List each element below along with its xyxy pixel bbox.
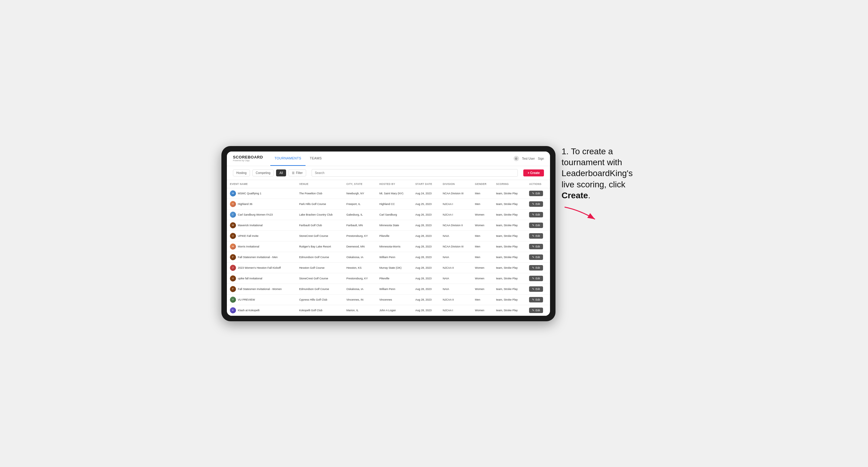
- cell-date-9: Aug 28, 2023: [412, 284, 439, 294]
- arrow-container: [562, 204, 647, 222]
- cell-hosted-1: Highland CC: [376, 198, 412, 209]
- cell-gender-2: Women: [472, 209, 493, 220]
- cell-gender-3: Women: [472, 220, 493, 230]
- sign-label[interactable]: Sign: [538, 157, 544, 160]
- brand: SCOREBOARD Powered by Clipp: [233, 155, 263, 162]
- team-avatar-4: U: [230, 233, 236, 239]
- cell-scoring-5: team, Stroke Play: [493, 241, 526, 252]
- arrow-icon: [562, 204, 598, 222]
- cell-hosted-11: John A Logan: [376, 305, 412, 315]
- event-name-text-11: Klash at Kokopelli: [238, 309, 260, 312]
- event-name-text-2: Carl Sandburg Women FA23: [238, 213, 273, 216]
- edit-button-9[interactable]: ✎ Edit: [529, 286, 543, 292]
- cell-city-0: Newburgh, NY: [343, 188, 376, 198]
- edit-icon-7: ✎: [532, 266, 534, 269]
- cell-city-8: Prestonsburg, KY: [343, 273, 376, 284]
- cell-actions-4: ✎ Edit: [526, 230, 550, 241]
- nav-tournaments[interactable]: TOURNAMENTS: [270, 152, 306, 166]
- table-row: H Highland 36 Park Hills Golf Course Fre…: [227, 198, 550, 209]
- competing-button[interactable]: Competing: [252, 169, 274, 177]
- team-avatar-1: H: [230, 201, 236, 207]
- cell-venue-11: Kokopelli Golf Club: [296, 305, 343, 315]
- all-button[interactable]: All: [276, 169, 286, 177]
- edit-icon-10: ✎: [532, 298, 534, 301]
- table-row: K Klash at Kokopelli Kokopelli Golf Club…: [227, 305, 550, 315]
- table-row: F Fall Statesmen Invitational - Men Edmu…: [227, 252, 550, 262]
- create-button[interactable]: + Create: [523, 169, 544, 177]
- settings-icon[interactable]: ⚙: [514, 156, 519, 161]
- edit-button-0[interactable]: ✎ Edit: [529, 191, 543, 196]
- cell-event-name-9: F Fall Statesmen Invitational - Women: [227, 284, 296, 294]
- edit-button-8[interactable]: ✎ Edit: [529, 276, 543, 281]
- cell-actions-1: ✎ Edit: [526, 198, 550, 209]
- cell-city-9: Oskaloosa, IA: [343, 284, 376, 294]
- event-name-text-10: VU PREVIEW: [238, 298, 255, 301]
- nav-teams[interactable]: TEAMS: [306, 152, 326, 166]
- cell-venue-3: Faribault Golf Club: [296, 220, 343, 230]
- cell-event-name-11: K Klash at Kokopelli: [227, 305, 296, 315]
- cell-city-4: Prestonsburg, KY: [343, 230, 376, 241]
- cell-scoring-3: team, Stroke Play: [493, 220, 526, 230]
- edit-button-7[interactable]: ✎ Edit: [529, 265, 543, 271]
- cell-scoring-4: team, Stroke Play: [493, 230, 526, 241]
- event-name-text-6: Fall Statesmen Invitational - Men: [238, 256, 278, 259]
- edit-icon-1: ✎: [532, 203, 534, 206]
- cell-hosted-4: Pikeville: [376, 230, 412, 241]
- table-row: U UPIKE Fall Invite StoneCrest Golf Cour…: [227, 230, 550, 241]
- cell-division-6: NAIA: [440, 252, 472, 262]
- filter-icon: ☰: [292, 171, 294, 175]
- cell-event-name-0: M MSMC Qualifying 1: [227, 188, 296, 198]
- cell-date-1: Aug 25, 2023: [412, 198, 439, 209]
- table-row: M Maverick Invitational Faribault Golf C…: [227, 220, 550, 230]
- edit-button-11[interactable]: ✎ Edit: [529, 308, 543, 313]
- edit-button-10[interactable]: ✎ Edit: [529, 297, 543, 303]
- cell-hosted-7: Murray State (OK): [376, 262, 412, 273]
- cell-gender-9: Women: [472, 284, 493, 294]
- cell-gender-7: Women: [472, 262, 493, 273]
- cell-division-8: NAIA: [440, 273, 472, 284]
- team-avatar-9: F: [230, 286, 236, 292]
- cell-hosted-3: Minnesota State: [376, 220, 412, 230]
- cell-date-2: Aug 26, 2023: [412, 209, 439, 220]
- edit-button-2[interactable]: ✎ Edit: [529, 212, 543, 217]
- edit-icon-6: ✎: [532, 256, 534, 259]
- cell-division-0: NCAA Division III: [440, 188, 472, 198]
- cell-event-name-7: 2 2023 Women's Hesston Fall Kickoff: [227, 262, 296, 273]
- cell-scoring-0: team, Stroke Play: [493, 188, 526, 198]
- cell-actions-7: ✎ Edit: [526, 262, 550, 273]
- event-name-text-7: 2023 Women's Hesston Fall Kickoff: [238, 266, 281, 269]
- cell-date-11: Aug 28, 2023: [412, 305, 439, 315]
- edit-button-4[interactable]: ✎ Edit: [529, 233, 543, 239]
- cell-hosted-5: Minnesota-Morris: [376, 241, 412, 252]
- cell-gender-1: Men: [472, 198, 493, 209]
- cell-division-9: NAIA: [440, 284, 472, 294]
- event-name-text-5: Morris Invitational: [238, 245, 259, 248]
- tablet-screen: SCOREBOARD Powered by Clipp TOURNAMENTS …: [227, 152, 550, 316]
- edit-button-5[interactable]: ✎ Edit: [529, 244, 543, 249]
- cell-division-11: NJCAA I: [440, 305, 472, 315]
- edit-button-6[interactable]: ✎ Edit: [529, 254, 543, 260]
- cell-city-3: Faribault, MN: [343, 220, 376, 230]
- cell-city-6: Oskaloosa, IA: [343, 252, 376, 262]
- cell-venue-6: Edmundson Golf Course: [296, 252, 343, 262]
- hosting-button[interactable]: Hosting: [233, 169, 250, 177]
- edit-icon-11: ✎: [532, 309, 534, 312]
- cell-actions-10: ✎ Edit: [526, 294, 550, 305]
- cell-scoring-9: team, Stroke Play: [493, 284, 526, 294]
- team-avatar-11: K: [230, 307, 236, 313]
- team-avatar-5: M: [230, 244, 236, 250]
- cell-actions-8: ✎ Edit: [526, 273, 550, 284]
- cell-event-name-6: F Fall Statesmen Invitational - Men: [227, 252, 296, 262]
- filter-button[interactable]: ☰ Filter: [288, 169, 306, 177]
- cell-scoring-6: team, Stroke Play: [493, 252, 526, 262]
- cell-date-0: Aug 24, 2023: [412, 188, 439, 198]
- edit-button-3[interactable]: ✎ Edit: [529, 223, 543, 228]
- edit-button-1[interactable]: ✎ Edit: [529, 201, 543, 207]
- search-input[interactable]: [312, 169, 518, 177]
- table-container: EVENT NAME VENUE CITY, STATE HOSTED BY S…: [227, 180, 550, 316]
- event-name-text-8: upike fall invitational: [238, 277, 262, 280]
- col-gender: GENDER: [472, 180, 493, 188]
- cell-gender-6: Men: [472, 252, 493, 262]
- col-venue: VENUE: [296, 180, 343, 188]
- cell-city-11: Marion, IL: [343, 305, 376, 315]
